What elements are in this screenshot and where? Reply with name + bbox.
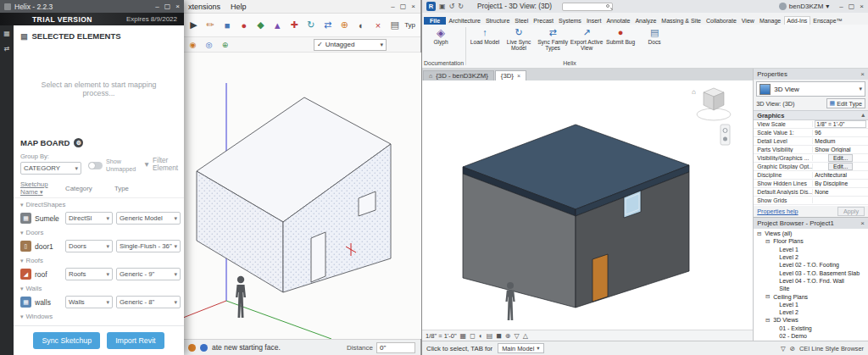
ribbon-tab-steel[interactable]: Steel [513,17,531,25]
view-scale-value[interactable]: 1/8" = 1'-0" [815,120,866,128]
tree-item-level-1[interactable]: Level 1 [754,246,868,253]
type-select[interactable]: Single-Flush - 36"▾ [116,240,181,252]
group-row-roofs[interactable]: ▾ Roofs [14,254,184,266]
minimize-button[interactable]: – [391,3,394,10]
revit-viewport[interactable]: ⌂ [422,80,753,330]
category-select[interactable]: Doors▾ [65,240,113,252]
close-icon[interactable]: × [860,219,865,227]
close-button[interactable]: × [175,3,180,10]
erase-tool-icon[interactable]: × [371,16,386,34]
sun-path-icon[interactable]: ◐ [479,332,483,340]
group-row-walls[interactable]: ▾ Walls [14,282,184,294]
geolocation-icon[interactable]: ◉ [186,38,199,51]
menu-extensions[interactable]: xtensions [188,3,220,11]
geolocation-status-icon[interactable] [188,344,196,352]
collapse-icon[interactable]: ⊟ [765,238,771,245]
tree-item-01-existing[interactable]: 01 - Existing [754,324,868,332]
detail-level-icon[interactable]: ▦ [460,332,467,340]
ribbon-tab-analyze[interactable]: Analyze [633,17,659,25]
discipline-value[interactable]: Architectural [813,172,868,178]
filter-icon[interactable]: ▽ [781,345,786,352]
redo-icon[interactable]: ↻ [458,3,464,10]
ribbon-tab-manage[interactable]: Manage [757,17,782,25]
live-sync-model-button[interactable]: ↻ Live Sync Model [502,26,536,52]
orbit-tool-icon[interactable]: ◐ [354,16,369,34]
tree-item-views-all[interactable]: ⊟Views (all) [754,230,868,237]
close-button[interactable]: × [860,3,864,10]
tree-item-level-04[interactable]: Level 04 - T.O. Fnd. Wall [754,277,868,285]
reveal-hidden-icon[interactable]: △ [523,332,528,340]
ribbon-tab-precast[interactable]: Precast [531,17,556,25]
group-row-directshapes[interactable]: ▾ DirectShapes [14,198,184,210]
column-type[interactable]: Type [114,185,177,192]
scale-value[interactable]: 96 [813,130,868,136]
maximize-button[interactable]: ▢ [164,3,171,10]
glyph-button[interactable]: ◈ Glyph [424,26,458,45]
tree-item-level-02[interactable]: Level 02 - T.O. Footing [754,261,868,269]
sketchup-viewport[interactable] [183,53,421,339]
column-sketchup-name[interactable]: Sketchup Name ▾ [20,180,65,196]
category-select[interactable]: Walls▾ [65,296,113,308]
sync-sketchup-button[interactable]: Sync Sketchup [33,332,100,349]
visual-style-icon[interactable]: ◻ [470,332,476,340]
crop-region-icon[interactable]: ⊕ [505,332,511,340]
sync-family-types-button[interactable]: ⇄ Sync Family Types [536,26,570,52]
board-icon[interactable]: ▦ [3,30,10,37]
view-tab-3d[interactable]: {3D} × [495,70,526,80]
ribbon-tab-file[interactable]: File [424,17,446,25]
ribbon-tab-insert[interactable]: Insert [584,17,604,25]
close-button[interactable]: × [411,3,415,10]
viewcube[interactable]: ⌂ [692,88,731,120]
tree-item-02-demo[interactable]: 02 - Demo [754,332,868,340]
ribbon-tab-add-ins[interactable]: Add-Ins [784,16,810,25]
collapse-icon[interactable]: ⊟ [756,230,762,237]
search-input[interactable] [562,3,613,11]
group-row-windows[interactable]: ▾ Windows [14,310,184,322]
category-select[interactable]: Roofs▾ [65,268,113,280]
group-row-doors[interactable]: ▾ Doors [14,226,184,238]
close-icon[interactable]: × [517,73,520,79]
ribbon-tab-view[interactable]: View [739,17,756,25]
ribbon-tab-architecture[interactable]: Architecture [447,17,482,25]
ribbon-tab-collaborate[interactable]: Collaborate [704,17,739,25]
tree-item-ceiling-level-2[interactable]: Level 2 [754,308,868,316]
select-tool-icon[interactable]: ▶ [186,16,201,34]
type-select[interactable]: Generic - 9"▾ [116,268,181,280]
ribbon-tab-annotate[interactable]: Annotate [604,17,632,25]
credits-status-icon[interactable] [200,344,208,352]
maximize-button[interactable]: ▢ [849,3,855,10]
sketchup-building[interactable] [197,97,391,292]
group-by-select[interactable]: CATEGORY ▾ [20,162,81,175]
default-analysis-value[interactable]: None [813,189,868,195]
column-category[interactable]: Category [65,185,114,192]
sync-rail-icon[interactable]: ⇄ [4,45,10,53]
minimize-button[interactable]: – [155,3,159,10]
close-icon[interactable]: × [860,70,865,78]
visibility-graphics-edit-button[interactable]: Edit... [828,154,853,162]
category-select[interactable]: DirectSl▾ [65,212,113,225]
offset-tool-icon[interactable]: ⊕ [337,16,352,34]
export-active-view-button[interactable]: ↗ Export Active View [570,26,604,52]
show-hidden-lines-value[interactable]: By Discipline [813,180,868,186]
rotate-tool-icon[interactable]: ↻ [303,16,318,34]
crop-view-icon[interactable]: ◼ [496,332,502,340]
tree-item-level-03[interactable]: Level 03 - T.O. Basement Slab [754,269,868,276]
main-model-select[interactable]: Main Model ▾ [498,343,543,353]
temporary-hide-icon[interactable]: ▽ [515,332,520,340]
tree-item-level-2[interactable]: Level 2 [754,253,868,261]
polygon-tool-icon[interactable]: ◆ [253,16,268,34]
type-selector[interactable]: 3D View ▾ [756,81,865,97]
move-tool-icon[interactable]: ✚ [287,16,302,34]
account-menu[interactable]: benD3KZM ▾ [779,3,829,10]
type-select[interactable]: Generic - 8"▾ [116,296,181,308]
edit-type-button[interactable]: ▦ Edit Type [826,98,865,108]
pencil-tool-icon[interactable]: ✏ [203,16,218,34]
scale-tool-icon[interactable]: ⇄ [320,16,335,34]
load-model-button[interactable]: ↑ Load Model [468,26,502,45]
tree-item-ceiling-plans[interactable]: ⊟Ceiling Plans [754,292,868,300]
tree-item-3d-views[interactable]: ⊟3D Views [754,316,868,324]
gear-icon[interactable]: ⚙ [74,138,83,147]
collapse-icon[interactable]: ⊟ [765,317,771,324]
ribbon-tab-structure[interactable]: Structure [483,17,511,25]
minimize-button[interactable]: – [839,3,843,10]
